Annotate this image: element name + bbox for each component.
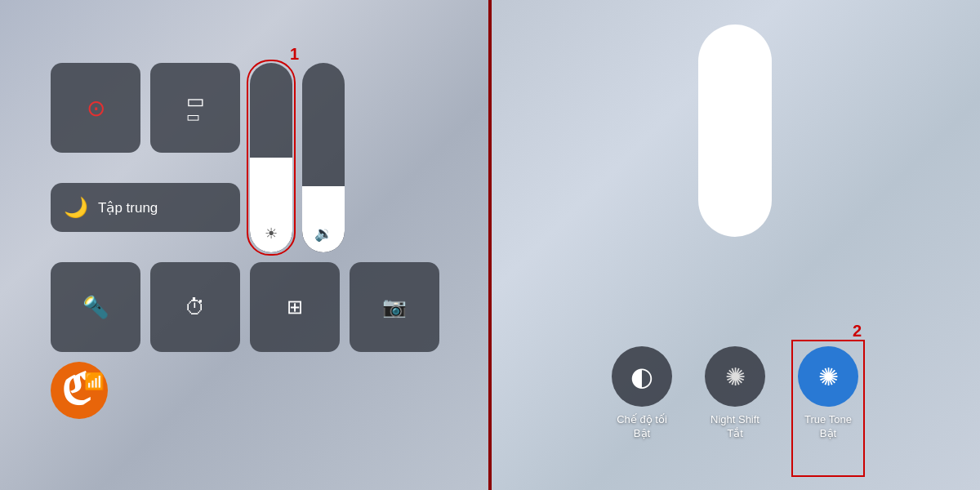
dark-mode-icon: ◐	[612, 346, 672, 407]
volume-slider[interactable]: 🔉	[302, 63, 345, 252]
night-shift-label: Night Shift Tắt	[710, 413, 760, 441]
dark-mode-item[interactable]: ◐ Chế độ tối Bật	[612, 346, 672, 441]
night-shift-item[interactable]: ✺ Night Shift Tắt	[705, 346, 765, 441]
mirror-button[interactable]: ▭▭	[150, 63, 240, 153]
dark-mode-symbol: ◐	[630, 361, 653, 392]
panel-divider	[488, 0, 492, 490]
sliders-container: 1 ☀ 🔉	[250, 63, 439, 252]
focus-button[interactable]: 🌙 Tập trung	[51, 183, 240, 232]
true-tone-label: True Tone Bật	[804, 413, 852, 441]
brightness-icon: ☀	[265, 225, 278, 243]
true-tone-symbol: ✺	[818, 363, 839, 391]
mirror-icon: ▭▭	[186, 90, 205, 126]
registered-icon: ®	[100, 365, 106, 373]
night-shift-symbol: ✺	[725, 363, 746, 391]
timer-icon: ⏱	[185, 295, 206, 320]
dark-mode-label: Chế độ tối Bật	[617, 413, 667, 441]
brightness-slider-wrapper: 1 ☀	[250, 63, 292, 252]
timer-button[interactable]: ⏱	[150, 262, 240, 352]
right-panel: ◐ Chế độ tối Bật ✺ Night Shift Tắt	[490, 0, 980, 490]
control-center-grid: ⊙ ▭▭ 1 ☀ 🔉 🌙 Tập trung	[51, 63, 439, 427]
torch-icon: 🔦	[82, 295, 109, 320]
night-shift-icon: ✺	[705, 346, 765, 407]
brightness-slider[interactable]: ☀	[250, 63, 292, 252]
wifi-icon: 📶	[84, 372, 105, 391]
torch-button[interactable]: 🔦	[51, 262, 140, 352]
app-logo: ℭ 📶 ®	[51, 362, 108, 419]
camera-icon: 📷	[382, 296, 407, 318]
calculator-icon: ⊞	[287, 296, 303, 318]
step2-number: 2	[853, 322, 862, 341]
lock-rotation-button[interactable]: ⊙	[51, 63, 140, 153]
lock-rotation-icon: ⊙	[87, 95, 105, 122]
volume-icon: 🔉	[314, 225, 332, 243]
focus-icon: 🌙	[64, 196, 88, 219]
true-tone-icon: ✺	[798, 346, 858, 407]
step1-number: 1	[290, 45, 299, 64]
bottom-icons-row: ◐ Chế độ tối Bật ✺ Night Shift Tắt	[612, 346, 858, 441]
camera-button[interactable]: 📷	[350, 262, 439, 352]
logo-area: ℭ 📶 ®	[51, 362, 240, 427]
calculator-button[interactable]: ⊞	[250, 262, 340, 352]
true-tone-item[interactable]: ✺ True Tone Bật	[798, 346, 858, 441]
left-panel: ⊙ ▭▭ 1 ☀ 🔉 🌙 Tập trung	[0, 0, 490, 490]
true-tone-container: 2 ✺ True Tone Bật	[798, 346, 858, 441]
big-brightness-slider[interactable]	[698, 24, 772, 237]
focus-label: Tập trung	[98, 199, 158, 216]
right-content: ◐ Chế độ tối Bật ✺ Night Shift Tắt	[490, 0, 980, 490]
